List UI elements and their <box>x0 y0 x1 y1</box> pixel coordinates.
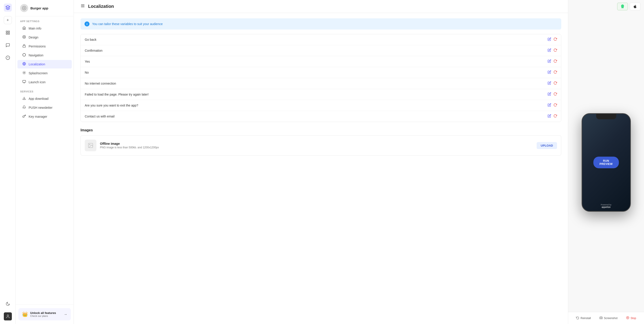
loc-edit-confirmation[interactable] <box>548 48 551 53</box>
main-header: Localization <box>74 0 568 13</box>
info-text: You can tailor these variables to suit y… <box>92 22 162 26</box>
loc-reset-go-back[interactable] <box>554 37 557 42</box>
svg-rect-1 <box>6 31 8 33</box>
phone-notch <box>596 114 616 119</box>
download-icon <box>22 96 26 101</box>
loc-edit-failed-load[interactable] <box>548 92 551 97</box>
design-icon <box>22 35 26 40</box>
phone-powered: Powered by appetize <box>582 204 630 208</box>
svg-point-30 <box>90 144 90 145</box>
rail-icon-add[interactable]: + <box>4 16 12 24</box>
ios-platform-btn[interactable] <box>630 3 640 10</box>
bell-icon <box>22 105 26 110</box>
sidebar-item-permissions[interactable]: Permissions <box>18 42 72 51</box>
sidebar-bottom: 👑 Unlock all features Check our plans → <box>16 304 74 324</box>
sidebar-item-launch-icon[interactable]: Launch icon <box>18 78 72 86</box>
image-thumb-offline <box>85 140 96 151</box>
loc-edit-no-internet[interactable] <box>548 81 551 86</box>
sidebar-item-navigation[interactable]: Navigation <box>18 51 72 60</box>
main-content: Localization i You can tailor these vari… <box>74 0 568 324</box>
sidebar-item-localization-label: Localization <box>28 63 45 66</box>
loc-label-go-back: Go back <box>85 38 96 41</box>
rail-icon-dial[interactable] <box>4 54 12 62</box>
run-preview-button[interactable]: RUN PREVIEW <box>593 157 619 168</box>
loc-label-no-internet: No internet connection <box>85 82 116 85</box>
loc-edit-no[interactable] <box>548 70 551 75</box>
svg-point-21 <box>24 72 24 73</box>
loc-row-confirmation: Confirmation <box>81 45 561 56</box>
loc-reset-exit-app[interactable] <box>554 103 557 108</box>
localization-list: Go back Confirmation <box>80 34 561 122</box>
screenshot-label: Screenshot <box>604 316 618 320</box>
loc-row-no: No <box>81 67 561 78</box>
rail-icon-layers[interactable] <box>4 4 12 12</box>
sidebar-item-key-manager[interactable]: Key manager <box>18 112 72 121</box>
loc-reset-no-internet[interactable] <box>554 81 557 86</box>
svg-rect-3 <box>6 33 8 35</box>
sidebar-item-launch-icon-label: Launch icon <box>28 80 46 84</box>
screenshot-icon <box>600 316 603 320</box>
rail-icon-grid[interactable] <box>4 29 12 37</box>
sidebar-item-localization[interactable]: Localization <box>18 60 72 69</box>
loc-label-no: No <box>85 71 89 74</box>
sidebar-item-app-download[interactable]: App download <box>18 94 72 103</box>
stop-label: Stop <box>630 316 636 320</box>
loc-row-no-internet: No internet connection <box>81 78 561 89</box>
image-info-offline: Offline image PNG image is less than 500… <box>100 142 159 149</box>
reinstall-button[interactable]: Reinstall <box>574 315 593 321</box>
loc-edit-exit-app[interactable] <box>548 103 551 108</box>
loc-edit-go-back[interactable] <box>548 37 551 42</box>
crown-icon: 👑 <box>22 311 28 317</box>
loc-row-contact-email: Contact us with email <box>81 111 561 122</box>
rail-icon-moon[interactable] <box>4 300 12 308</box>
loc-reset-confirmation[interactable] <box>554 48 557 53</box>
loc-actions-no-internet <box>548 81 557 86</box>
svg-point-10 <box>24 8 25 9</box>
page-title: Localization <box>88 4 114 9</box>
loc-row-yes: Yes <box>81 56 561 67</box>
sidebar-item-push-newsletter[interactable]: PUSH newsletter <box>18 103 72 112</box>
loc-actions-no <box>548 70 557 75</box>
svg-line-7 <box>8 58 8 58</box>
app-name: Burger app <box>30 6 48 10</box>
upgrade-text: Unlock all features Check our plans <box>30 311 56 317</box>
sidebar-item-push-newsletter-label: PUSH newsletter <box>28 106 52 109</box>
loc-reset-failed-load[interactable] <box>554 92 557 97</box>
svg-point-11 <box>22 35 26 38</box>
loc-reset-yes[interactable] <box>554 59 557 64</box>
sidebar-item-main-info[interactable]: Main info <box>18 24 72 33</box>
image-name-offline: Offline image <box>100 142 159 145</box>
loc-reset-contact-email[interactable] <box>554 114 557 119</box>
hamburger-icon[interactable] <box>80 4 85 9</box>
upload-button[interactable]: UPLOAD <box>537 142 557 149</box>
stop-button[interactable]: Stop <box>624 315 638 321</box>
loc-actions-exit-app <box>548 103 557 108</box>
screenshot-button[interactable]: Screenshot <box>597 315 620 321</box>
upgrade-card[interactable]: 👑 Unlock all features Check our plans → <box>18 308 71 320</box>
rail-icon-chat[interactable] <box>4 41 12 49</box>
loc-edit-contact-email[interactable] <box>548 114 551 119</box>
reinstall-label: Reinstall <box>580 316 591 320</box>
key-icon <box>22 114 26 119</box>
loc-label-contact-email: Contact us with email <box>85 115 114 118</box>
rail-icon-avatar[interactable] <box>4 312 12 320</box>
loc-row-go-back: Go back <box>81 34 561 45</box>
loc-actions-contact-email <box>548 114 557 119</box>
preview-panel: RUN PREVIEW Powered by appetize Reinstal… <box>568 0 644 324</box>
loc-reset-no[interactable] <box>554 70 557 75</box>
globe-icon <box>22 62 26 67</box>
sidebar-item-permissions-label: Permissions <box>28 45 46 48</box>
app-icon <box>20 4 28 12</box>
android-platform-btn[interactable] <box>617 3 628 10</box>
svg-rect-33 <box>627 317 628 318</box>
sidebar-item-splashscreen[interactable]: Splashscreen <box>18 69 72 77</box>
loc-actions-go-back <box>548 37 557 42</box>
upgrade-subtitle: Check our plans <box>30 314 56 317</box>
reinstall-icon <box>576 316 579 320</box>
loc-actions-yes <box>548 59 557 64</box>
app-settings-label: App settings <box>16 16 74 24</box>
preview-footer: Reinstall Screenshot Stop <box>568 312 644 324</box>
loc-edit-yes[interactable] <box>548 59 551 64</box>
stop-icon <box>626 316 629 320</box>
sidebar-item-design[interactable]: Design <box>18 33 72 42</box>
